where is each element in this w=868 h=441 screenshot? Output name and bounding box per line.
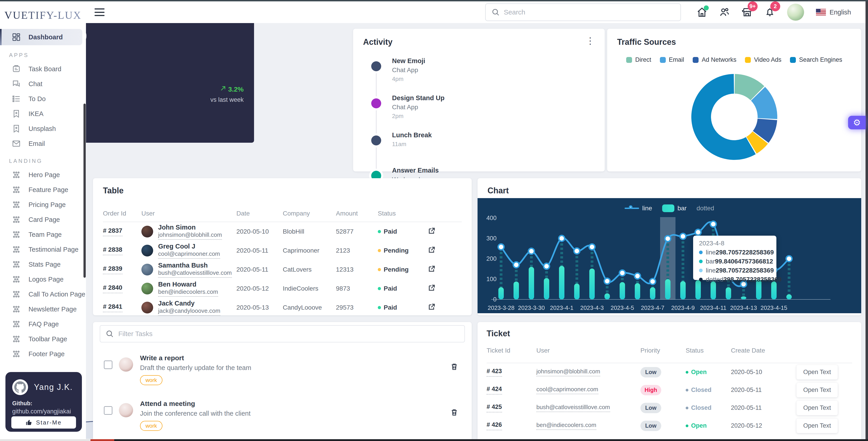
sidebar-item-feature-page[interactable]: Feature Page [0, 182, 86, 197]
bar-series-bar[interactable] [529, 267, 534, 300]
more-options-icon[interactable]: ⋮ [586, 37, 595, 47]
line-series-point[interactable] [589, 244, 595, 250]
sidebar-item-testimonial-page[interactable]: Testimonial Page [0, 242, 86, 257]
bar-series-bar[interactable] [680, 281, 686, 300]
order-id[interactable]: # 2840 [103, 284, 122, 293]
delete-task-icon[interactable] [450, 408, 459, 417]
sidebar-item-newsletter-page[interactable]: Newsletter Page [0, 302, 86, 317]
chart-legend-item-line[interactable]: line [625, 205, 652, 212]
line-series-point[interactable] [559, 235, 565, 241]
open-text-button[interactable]: Open Text [797, 383, 838, 397]
bar-series-bar[interactable] [544, 278, 549, 300]
bar-series-bar[interactable] [620, 282, 625, 300]
sidebar-item-pricing-page[interactable]: Pricing Page [0, 197, 86, 212]
sidebar-item-ikea[interactable]: IKEA [0, 106, 86, 121]
open-in-new-icon[interactable] [428, 284, 436, 292]
open-in-new-icon[interactable] [428, 227, 436, 235]
sidebar-item-stats-page[interactable]: Stats Page [0, 257, 86, 272]
ticket-row[interactable]: # 425bush@catloveisstilllove.comLowClose… [487, 399, 852, 417]
open-in-new-icon[interactable] [428, 265, 436, 273]
line-series-point[interactable] [498, 244, 504, 250]
sidebar-item-footer-page[interactable]: Footer Page [0, 346, 86, 361]
bar-series-bar[interactable] [589, 269, 595, 300]
task-checkbox[interactable] [104, 360, 113, 369]
order-id[interactable]: # 2837 [103, 227, 122, 236]
chart-legend-item-dotted[interactable]: dotted [696, 205, 714, 212]
users-button[interactable] [719, 7, 730, 18]
bar-series-bar[interactable] [650, 287, 655, 300]
table-row[interactable]: # 2837John Simonjohnsimon@blobhill.com20… [103, 222, 462, 241]
bar-series-bar[interactable] [741, 296, 746, 300]
user-avatar[interactable] [787, 4, 804, 21]
delete-task-icon[interactable] [450, 362, 459, 371]
ticket-id[interactable]: # 426 [487, 421, 502, 430]
star-me-button[interactable]: Star-Me [11, 416, 76, 429]
line-series-point[interactable] [634, 273, 641, 279]
bar-series-bar[interactable] [559, 266, 564, 300]
order-id[interactable]: # 2841 [103, 303, 122, 312]
sidebar-item-unsplash[interactable]: Unsplash [0, 121, 86, 136]
ticket-user-email[interactable]: cool@caprimooner.com [536, 386, 598, 394]
open-text-button[interactable]: Open Text [797, 401, 838, 415]
menu-toggle-button[interactable] [95, 8, 104, 16]
open-text-button[interactable]: Open Text [797, 365, 838, 379]
sidebar-item-dashboard[interactable]: Dashboard [0, 29, 82, 45]
shop-button[interactable]: 9+ [742, 7, 753, 18]
order-id[interactable]: # 2839 [103, 265, 122, 274]
language-selector[interactable]: English [816, 9, 851, 16]
legend-item[interactable]: Search Engines [790, 56, 842, 63]
line-series-point[interactable] [786, 256, 792, 262]
sidebar-item-chat[interactable]: Chat [0, 76, 86, 91]
sidebar-item-team-page[interactable]: Team Page [0, 227, 86, 242]
traffic-donut-chart[interactable] [689, 72, 779, 162]
sidebar-item-card-page[interactable]: Card Page [0, 212, 86, 227]
sidebar-item-email[interactable]: Email [0, 136, 86, 151]
line-series-point[interactable] [650, 279, 656, 284]
line-bar-chart[interactable]: 01002003004002023-3-282023-3-302023-4-12… [477, 198, 861, 313]
line-series-point[interactable] [574, 248, 580, 254]
settings-fab[interactable]: ⚙ [848, 116, 866, 129]
sidebar-item-task-board[interactable]: Task Board [0, 62, 86, 76]
line-series-point[interactable] [619, 270, 625, 276]
table-row[interactable]: # 2839Samantha Bushbush@catloveisstilllo… [103, 260, 462, 279]
user-email[interactable]: ben@indiecoolers.com [158, 288, 218, 297]
ticket-id[interactable]: # 424 [487, 386, 502, 395]
sidebar-item-toolbar-page[interactable]: Toolbar Page [0, 332, 86, 346]
user-email[interactable]: bush@catloveisstilllove.com [158, 269, 232, 278]
open-in-new-icon[interactable] [428, 303, 436, 311]
sidebar-item-hero-page[interactable]: Hero Page [0, 167, 86, 182]
bar-series-bar[interactable] [726, 287, 731, 300]
legend-item[interactable]: Ad Networks [693, 56, 736, 63]
ticket-row[interactable]: # 424cool@caprimooner.comHighClosed2020-… [487, 381, 852, 399]
search-input[interactable] [504, 8, 662, 16]
task-checkbox[interactable] [104, 406, 113, 415]
line-series-point[interactable] [528, 248, 534, 254]
sidebar-item-to-do[interactable]: To Do [0, 91, 86, 106]
ticket-user-email[interactable]: johnsimon@blobhill.com [536, 368, 600, 376]
bar-series-bar[interactable] [574, 284, 580, 300]
home-button[interactable] [696, 7, 707, 18]
table-row[interactable]: # 2841Jack Candyjack@candylooove.com2020… [103, 298, 462, 317]
bar-series-bar[interactable] [514, 282, 519, 300]
bar-series-bar[interactable] [771, 282, 777, 300]
user-email[interactable]: johnsimon@blobhill.com [158, 231, 222, 240]
notifications-button[interactable]: 2 [765, 7, 775, 18]
line-series-point[interactable] [710, 221, 716, 227]
open-text-button[interactable]: Open Text [797, 419, 838, 433]
line-series-point[interactable] [695, 229, 701, 235]
bar-series-bar[interactable] [498, 287, 504, 300]
bar-series-bar[interactable] [786, 294, 792, 300]
sidebar-item-call-to-action-page[interactable]: Call To Action Page [0, 287, 86, 302]
line-series-point[interactable] [544, 263, 550, 269]
line-series-point[interactable] [680, 233, 686, 239]
ticket-row[interactable]: # 423johnsimon@blobhill.comLowOpen2020-0… [487, 363, 852, 381]
ticket-id[interactable]: # 423 [487, 368, 502, 377]
open-in-new-icon[interactable] [428, 246, 436, 254]
table-row[interactable]: # 2838Greg Cool Jcool@caprimooner.com202… [103, 241, 462, 260]
ticket-user-email[interactable]: ben@indiecoolers.com [536, 421, 596, 430]
bar-series-bar[interactable] [635, 283, 640, 300]
ticket-id[interactable]: # 425 [487, 404, 502, 412]
order-id[interactable]: # 2838 [103, 246, 122, 255]
sidebar-item-faq-page[interactable]: FAQ Page [0, 317, 86, 332]
ticket-user-email[interactable]: bush@catloveisstilllove.com [536, 404, 610, 412]
